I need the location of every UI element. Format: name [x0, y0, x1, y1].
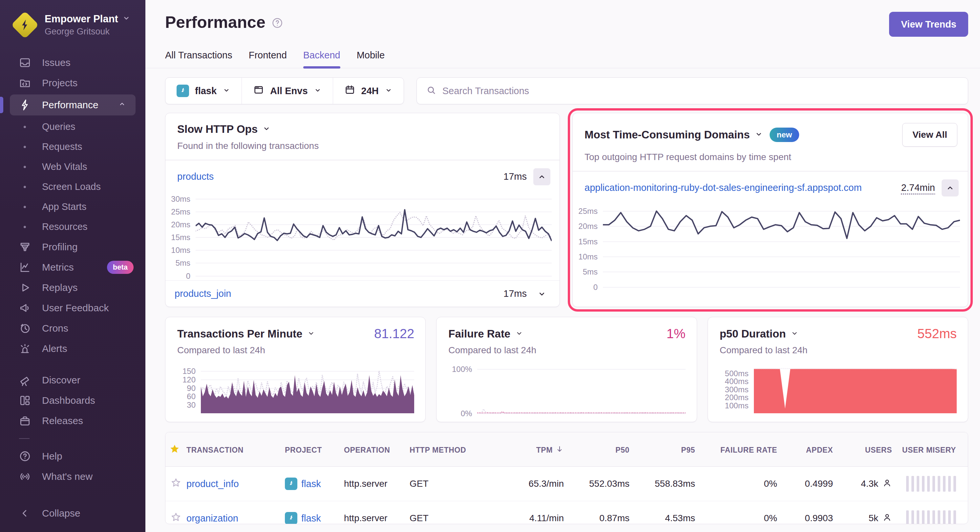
sidebar-item-metrics[interactable]: Metricsbeta: [0, 257, 145, 278]
sidebar-item-help[interactable]: Help: [0, 446, 145, 466]
domains-panel-title[interactable]: Most Time-Consuming Domains: [584, 129, 763, 141]
column-header-user_misery[interactable]: USER MISERY: [892, 432, 968, 466]
failure-rate-cell: 0%: [695, 467, 777, 501]
transaction-accordion-row: products_join 17ms: [165, 280, 560, 306]
sidebar-item-issues[interactable]: Issues: [0, 52, 145, 73]
duration-value: 17ms: [503, 171, 527, 182]
search-input[interactable]: [442, 86, 959, 97]
tab-backend[interactable]: Backend: [303, 50, 340, 68]
user-misery-bars: [906, 476, 956, 492]
column-header-users[interactable]: USERS: [833, 432, 892, 466]
sidebar-item-alerts[interactable]: Alerts: [0, 338, 145, 359]
sidebar-subitem-requests[interactable]: Requests: [0, 137, 145, 157]
what-s-new-icon: [18, 470, 32, 483]
project-link[interactable]: flask: [301, 513, 321, 524]
tpm-cell: 65.3/min: [495, 467, 564, 501]
tab-frontend[interactable]: Frontend: [249, 50, 287, 68]
sidebar-item-projects[interactable]: Projects: [0, 73, 145, 93]
view-trends-button[interactable]: View Trends: [889, 12, 968, 37]
sidebar-subitem-queries[interactable]: Queries: [0, 117, 145, 137]
apdex-cell: 0.9903: [777, 501, 833, 524]
sidebar-item-dashboards[interactable]: Dashboards: [0, 390, 145, 411]
y-axis-labels: 150120906030: [177, 367, 201, 413]
org-user: George Gritsouk: [45, 26, 130, 37]
transaction-link[interactable]: organization: [186, 513, 238, 524]
sidebar-divider: [19, 438, 30, 439]
column-header-transaction[interactable]: TRANSACTION: [186, 432, 285, 466]
tab-all-transactions[interactable]: All Transactions: [165, 50, 232, 68]
transactions-per-minute-title[interactable]: Transactions Per Minute: [177, 328, 315, 340]
chevron-down-icon: [790, 328, 799, 340]
search-transactions-field[interactable]: [417, 78, 968, 104]
sidebar-subitem-resources[interactable]: Resources: [0, 217, 145, 237]
sidebar-item-discover[interactable]: Discover: [0, 370, 145, 390]
failure-rate-panel: Failure Rate 1% Compared to last 24h 100…: [436, 317, 697, 422]
sidebar-subitem-app-starts[interactable]: App Starts: [0, 197, 145, 217]
expand-row-button[interactable]: [533, 289, 550, 299]
transactions-per-minute-chart: 150120906030: [177, 367, 414, 413]
column-header-p95[interactable]: P95: [630, 432, 695, 466]
sidebar-item-what-s-new[interactable]: What's new: [0, 466, 145, 487]
transaction-link[interactable]: products: [177, 171, 214, 182]
highlight-ring: Most Time-Consuming Domains new View All…: [573, 113, 968, 307]
date-range-filter[interactable]: 24H: [333, 78, 404, 104]
org-switcher[interactable]: Empower Plant George Gritsouk: [0, 9, 145, 41]
column-header-http_method[interactable]: HTTP METHOD: [410, 432, 495, 466]
column-header-operation[interactable]: OPERATION: [344, 432, 410, 466]
plot-area: [477, 367, 685, 413]
comparison-subtitle: Compared to last 24h: [720, 345, 957, 356]
new-badge: new: [770, 128, 800, 142]
collapse-label: Collapse: [42, 508, 80, 519]
time-spent-value[interactable]: 2.74min: [901, 183, 935, 193]
column-header-tpm[interactable]: TPM: [495, 432, 564, 466]
star-outline-icon[interactable]: [170, 477, 181, 491]
sidebar-subitem-web-vitals[interactable]: Web Vitals: [0, 157, 145, 177]
sidebar-collapse-button[interactable]: Collapse: [0, 503, 145, 524]
view-all-button[interactable]: View All: [902, 123, 957, 147]
performance-icon: [18, 99, 32, 111]
p50-duration-title[interactable]: p50 Duration: [720, 328, 799, 340]
metric-cards-row: Transactions Per Minute 81.122 Compared …: [165, 317, 968, 422]
user-misery-cell: [892, 467, 968, 501]
tab-bar: All TransactionsFrontendBackendMobile: [165, 50, 968, 68]
p50-cell: 552.03ms: [564, 467, 630, 501]
project-filter[interactable]: flask: [165, 78, 242, 104]
window-icon: [253, 84, 264, 98]
sidebar-item-releases[interactable]: Releases: [0, 411, 145, 431]
help-question-icon[interactable]: [271, 14, 283, 33]
star-outline-icon[interactable]: [170, 512, 181, 524]
chevron-down-icon: [754, 129, 763, 141]
transaction-link[interactable]: products_join: [175, 288, 231, 299]
sidebar-subitem-screen-loads[interactable]: Screen Loads: [0, 177, 145, 197]
failure-rate-title[interactable]: Failure Rate: [448, 328, 523, 340]
collapse-row-button[interactable]: [942, 179, 959, 197]
column-header-star[interactable]: [165, 432, 186, 466]
page-filters: flask All Envs: [165, 78, 404, 104]
sidebar-item-crons[interactable]: Crons: [0, 318, 145, 338]
column-header-failure_rate[interactable]: FAILURE RATE: [695, 432, 777, 466]
sidebar-item-user-feedback[interactable]: User Feedback: [0, 298, 145, 318]
user-icon: [882, 512, 892, 524]
domain-link[interactable]: application-monitoring-ruby-dot-sales-en…: [584, 183, 862, 193]
active-indicator: [0, 97, 3, 113]
table-row-product-info: product_info flask http.server GET 65.3/…: [165, 467, 968, 501]
sidebar-item-performance[interactable]: Performance: [10, 94, 135, 116]
environment-filter[interactable]: All Envs: [242, 78, 332, 104]
column-header-project[interactable]: PROJECT: [285, 432, 344, 466]
app-root: Empower Plant George Gritsouk IssuesProj…: [0, 0, 980, 532]
sidebar-item-replays[interactable]: Replays: [0, 278, 145, 298]
flask-project-icon: [177, 85, 189, 97]
content: flask All Envs: [145, 68, 980, 532]
project-filter-label: flask: [195, 86, 216, 97]
chevron-down-icon: [122, 13, 130, 25]
project-link[interactable]: flask: [301, 478, 321, 489]
column-header-apdex[interactable]: APDEX: [777, 432, 833, 466]
filter-bar: flask All Envs: [165, 78, 968, 104]
sidebar-item-profiling[interactable]: Profiling: [0, 237, 145, 257]
tab-mobile[interactable]: Mobile: [357, 50, 385, 68]
transaction-link[interactable]: product_info: [186, 478, 239, 489]
main-area: Performance View Trends All Transactions…: [145, 0, 980, 532]
column-header-p50[interactable]: P50: [564, 432, 630, 466]
slow-http-ops-title[interactable]: Slow HTTP Ops: [177, 123, 271, 135]
collapse-row-button[interactable]: [533, 168, 550, 185]
